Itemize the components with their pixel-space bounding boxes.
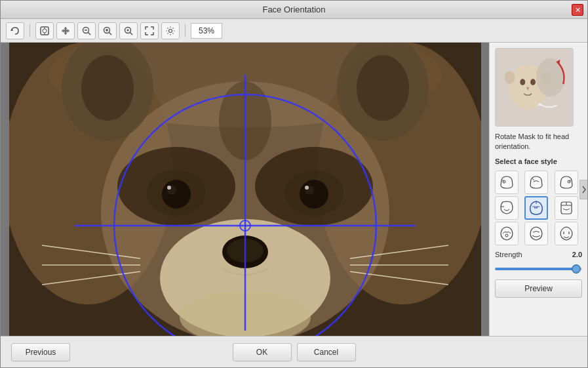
chevron-right-icon bbox=[581, 185, 587, 194]
face-style-icon-6 bbox=[557, 199, 576, 217]
zoom-out-button[interactable] bbox=[77, 22, 96, 39]
svg-line-6 bbox=[88, 32, 90, 35]
face-style-icon-5 bbox=[527, 199, 545, 217]
svg-point-15 bbox=[169, 29, 172, 32]
close-button[interactable]: ✕ bbox=[572, 4, 583, 16]
strength-row: Strength 2.0 bbox=[495, 251, 582, 258]
svg-point-52 bbox=[520, 79, 525, 85]
slider-track bbox=[495, 268, 582, 270]
svg-point-54 bbox=[505, 71, 515, 84]
svg-line-9 bbox=[109, 32, 111, 35]
face-styles-grid bbox=[495, 171, 582, 245]
zoom-in-button[interactable] bbox=[98, 22, 117, 39]
image-container bbox=[9, 43, 481, 336]
settings-button[interactable] bbox=[161, 22, 180, 39]
svg-point-2 bbox=[43, 29, 47, 33]
svg-point-53 bbox=[530, 79, 536, 85]
face-style-btn-7[interactable] bbox=[495, 222, 519, 245]
face-select-icon bbox=[39, 26, 50, 36]
svg-point-26 bbox=[162, 180, 191, 209]
svg-point-36 bbox=[81, 55, 134, 121]
dialog: Face Orientation ✕ bbox=[0, 0, 588, 368]
face-style-icon-4 bbox=[498, 199, 516, 217]
face-style-btn-9[interactable] bbox=[555, 222, 578, 245]
head-preview-svg bbox=[496, 48, 573, 127]
separator-1 bbox=[29, 24, 30, 37]
title-bar: Face Orientation ✕ bbox=[1, 1, 587, 19]
main-content: Rotate Mask to fit head orientation. Sel… bbox=[1, 43, 587, 336]
zoom-in-icon bbox=[102, 26, 113, 36]
panel-expand-chevron[interactable] bbox=[579, 180, 587, 199]
select-face-style-label: Select a face style bbox=[495, 157, 582, 165]
preview-button[interactable]: Preview bbox=[495, 279, 582, 298]
svg-point-13 bbox=[127, 29, 129, 31]
strength-slider[interactable] bbox=[495, 264, 582, 274]
face-style-icon-3 bbox=[557, 173, 576, 192]
bottom-left: Previous bbox=[11, 343, 200, 361]
face-style-btn-3[interactable] bbox=[555, 171, 578, 194]
zoom-display: 53% bbox=[191, 23, 222, 39]
zoom-reset-button[interactable] bbox=[119, 22, 138, 39]
face-style-icon-7 bbox=[498, 224, 516, 243]
undo-icon bbox=[10, 26, 20, 36]
face-style-btn-6[interactable] bbox=[555, 196, 578, 220]
face-style-icon-9 bbox=[557, 224, 576, 243]
svg-point-38 bbox=[357, 55, 409, 121]
canvas-area[interactable] bbox=[1, 43, 489, 336]
head-preview bbox=[495, 48, 574, 127]
face-style-icon-8 bbox=[527, 224, 545, 243]
separator-2 bbox=[185, 24, 186, 37]
svg-point-56 bbox=[536, 58, 564, 97]
face-style-btn-4[interactable] bbox=[495, 196, 519, 220]
strength-label: Strength bbox=[495, 251, 522, 258]
zoom-reset-icon bbox=[123, 26, 134, 36]
face-style-btn-1[interactable] bbox=[495, 171, 519, 194]
ok-button[interactable]: OK bbox=[233, 343, 292, 361]
fit-button[interactable] bbox=[140, 22, 159, 39]
face-style-icon-2 bbox=[527, 173, 545, 192]
dialog-title: Face Orientation bbox=[262, 5, 325, 14]
strength-value: 2.0 bbox=[572, 251, 582, 258]
settings-icon bbox=[165, 26, 176, 36]
undo-button[interactable] bbox=[6, 22, 24, 39]
previous-button[interactable]: Previous bbox=[11, 343, 70, 361]
bottom-bar: Previous OK Cancel bbox=[1, 336, 587, 367]
bottom-center: OK Cancel bbox=[200, 343, 389, 361]
pan-button[interactable] bbox=[56, 22, 75, 39]
cancel-button[interactable]: Cancel bbox=[297, 343, 356, 361]
face-style-btn-8[interactable] bbox=[524, 222, 548, 245]
toolbar: 53% bbox=[1, 19, 587, 43]
svg-line-14 bbox=[130, 32, 132, 35]
svg-point-31 bbox=[305, 186, 309, 190]
svg-point-68 bbox=[505, 234, 508, 237]
face-style-btn-2[interactable] bbox=[524, 171, 548, 194]
rotate-mask-description: Rotate Mask to fit head orientation. bbox=[495, 132, 582, 152]
fit-icon bbox=[144, 26, 155, 36]
face-style-btn-5[interactable] bbox=[524, 196, 548, 220]
right-panel: Rotate Mask to fit head orientation. Sel… bbox=[489, 43, 587, 336]
svg-point-27 bbox=[300, 180, 328, 209]
zoom-out-icon bbox=[81, 26, 92, 36]
slider-thumb[interactable] bbox=[572, 264, 581, 274]
pan-icon bbox=[60, 26, 71, 36]
face-style-icon-1 bbox=[498, 173, 516, 192]
svg-point-30 bbox=[167, 186, 171, 190]
raccoon-image bbox=[9, 43, 481, 336]
face-select-button[interactable] bbox=[35, 22, 54, 39]
